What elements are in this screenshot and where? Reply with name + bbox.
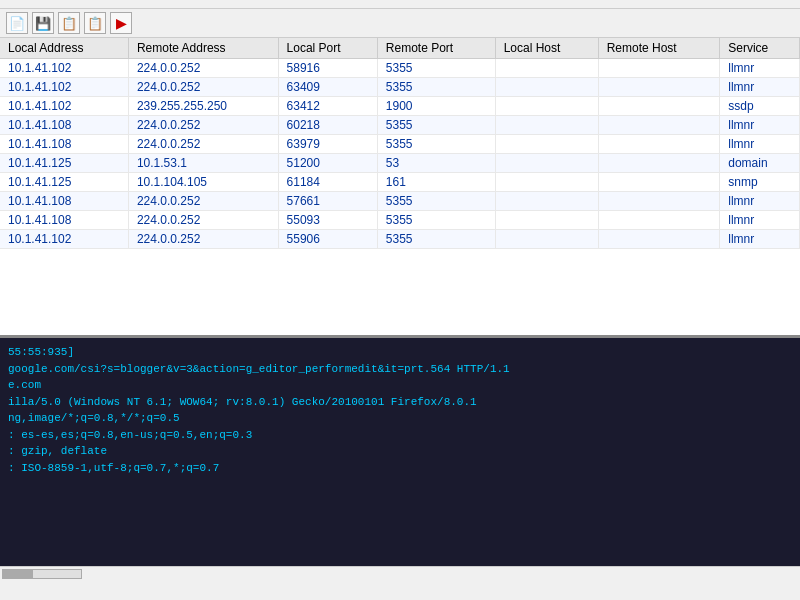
table-cell: 10.1.104.105	[128, 173, 278, 192]
table-cell	[598, 230, 720, 249]
table-cell: 1900	[377, 97, 495, 116]
col-remote-port[interactable]: Remote Port	[377, 38, 495, 59]
log-area: 55:55:935]google.com/csi?s=blogger&v=3&a…	[0, 338, 800, 566]
table-cell: 51200	[278, 154, 377, 173]
table-row[interactable]: 10.1.41.102224.0.0.252589165355llmnr	[0, 59, 800, 78]
menubar	[0, 0, 800, 9]
table-cell	[495, 192, 598, 211]
table-cell: 224.0.0.252	[128, 230, 278, 249]
table-cell: llmnr	[720, 116, 800, 135]
new-button[interactable]: 📄	[6, 12, 28, 34]
table-row[interactable]: 10.1.41.12510.1.104.10561184161snmp	[0, 173, 800, 192]
table-cell: 55906	[278, 230, 377, 249]
col-service[interactable]: Service	[720, 38, 800, 59]
table-cell: 224.0.0.252	[128, 135, 278, 154]
table-cell	[495, 135, 598, 154]
table-cell: 5355	[377, 59, 495, 78]
copy-button[interactable]: 📋	[58, 12, 80, 34]
table-header-row: Local Address Remote Address Local Port …	[0, 38, 800, 59]
table-cell	[598, 116, 720, 135]
table-cell	[598, 97, 720, 116]
table-cell: 239.255.255.250	[128, 97, 278, 116]
log-line: : gzip, deflate	[8, 443, 792, 460]
menu-options[interactable]	[4, 2, 12, 6]
table-cell: ssdp	[720, 97, 800, 116]
table-cell	[598, 173, 720, 192]
table-cell: 10.1.41.108	[0, 211, 128, 230]
table-cell: 224.0.0.252	[128, 59, 278, 78]
table-cell: snmp	[720, 173, 800, 192]
table-cell: 10.1.41.108	[0, 135, 128, 154]
table-cell	[495, 59, 598, 78]
table-cell	[495, 78, 598, 97]
table-row[interactable]: 10.1.41.12510.1.53.15120053domain	[0, 154, 800, 173]
table-cell: 10.1.41.102	[0, 59, 128, 78]
table-cell: llmnr	[720, 230, 800, 249]
table-cell	[495, 116, 598, 135]
log-line: ng,image/*;q=0.8,*/*;q=0.5	[8, 410, 792, 427]
table-row[interactable]: 10.1.41.102239.255.255.250634121900ssdp	[0, 97, 800, 116]
table-row[interactable]: 10.1.41.102224.0.0.252634095355llmnr	[0, 78, 800, 97]
table-cell: 60218	[278, 116, 377, 135]
table-cell: 5355	[377, 116, 495, 135]
log-scrollbar[interactable]	[0, 566, 800, 580]
col-remote-host[interactable]: Remote Host	[598, 38, 720, 59]
table-cell: 10.1.41.102	[0, 230, 128, 249]
table-cell: 55093	[278, 211, 377, 230]
menu-help[interactable]	[24, 2, 32, 6]
table-cell	[495, 154, 598, 173]
col-remote-address[interactable]: Remote Address	[128, 38, 278, 59]
table-cell: 53	[377, 154, 495, 173]
table-cell: 63409	[278, 78, 377, 97]
table-cell	[495, 173, 598, 192]
table-row[interactable]: 10.1.41.108224.0.0.252576615355llmnr	[0, 192, 800, 211]
table-cell: llmnr	[720, 211, 800, 230]
table-cell	[495, 97, 598, 116]
table-cell: 10.1.41.125	[0, 173, 128, 192]
table-cell: 10.1.41.108	[0, 116, 128, 135]
col-local-address[interactable]: Local Address	[0, 38, 128, 59]
log-line: 55:55:935]	[8, 344, 792, 361]
table-cell: 10.1.53.1	[128, 154, 278, 173]
log-line: : ISO-8859-1,utf-8;q=0.7,*;q=0.7	[8, 460, 792, 477]
table-cell	[598, 211, 720, 230]
log-line: illa/5.0 (Windows NT 6.1; WOW64; rv:8.0.…	[8, 394, 792, 411]
table-cell: llmnr	[720, 78, 800, 97]
paste-button[interactable]: 📋	[84, 12, 106, 34]
table-area: Local Address Remote Address Local Port …	[0, 38, 800, 338]
table-row[interactable]: 10.1.41.108224.0.0.252639795355llmnr	[0, 135, 800, 154]
table-cell: 224.0.0.252	[128, 78, 278, 97]
col-local-port[interactable]: Local Port	[278, 38, 377, 59]
table-cell: llmnr	[720, 135, 800, 154]
table-cell: 224.0.0.252	[128, 211, 278, 230]
table-cell: 57661	[278, 192, 377, 211]
table-cell: 10.1.41.108	[0, 192, 128, 211]
table-cell: 5355	[377, 135, 495, 154]
table-cell: 10.1.41.102	[0, 78, 128, 97]
table-cell	[495, 211, 598, 230]
table-cell	[598, 192, 720, 211]
table-row[interactable]: 10.1.41.108224.0.0.252602185355llmnr	[0, 116, 800, 135]
table-cell: 161	[377, 173, 495, 192]
table-cell: 5355	[377, 211, 495, 230]
log-line: google.com/csi?s=blogger&v=3&action=g_ed…	[8, 361, 792, 378]
log-line: e.com	[8, 377, 792, 394]
log-scrollbar-thumb[interactable]	[3, 570, 33, 578]
table-row[interactable]: 10.1.41.108224.0.0.252550935355llmnr	[0, 211, 800, 230]
network-table: Local Address Remote Address Local Port …	[0, 38, 800, 249]
table-cell: 5355	[377, 192, 495, 211]
run-button[interactable]: ▶	[110, 12, 132, 34]
col-local-host[interactable]: Local Host	[495, 38, 598, 59]
main-container: Local Address Remote Address Local Port …	[0, 38, 800, 580]
table-cell	[598, 135, 720, 154]
save-button[interactable]: 💾	[32, 12, 54, 34]
table-cell: 63979	[278, 135, 377, 154]
table-cell: 10.1.41.102	[0, 97, 128, 116]
table-cell: 63412	[278, 97, 377, 116]
table-cell	[598, 154, 720, 173]
table-row[interactable]: 10.1.41.102224.0.0.252559065355llmnr	[0, 230, 800, 249]
table-cell: 61184	[278, 173, 377, 192]
log-line: : es-es,es;q=0.8,en-us;q=0.5,en;q=0.3	[8, 427, 792, 444]
toolbar: 📄 💾 📋 📋 ▶	[0, 9, 800, 38]
log-scrollbar-track[interactable]	[2, 569, 82, 579]
